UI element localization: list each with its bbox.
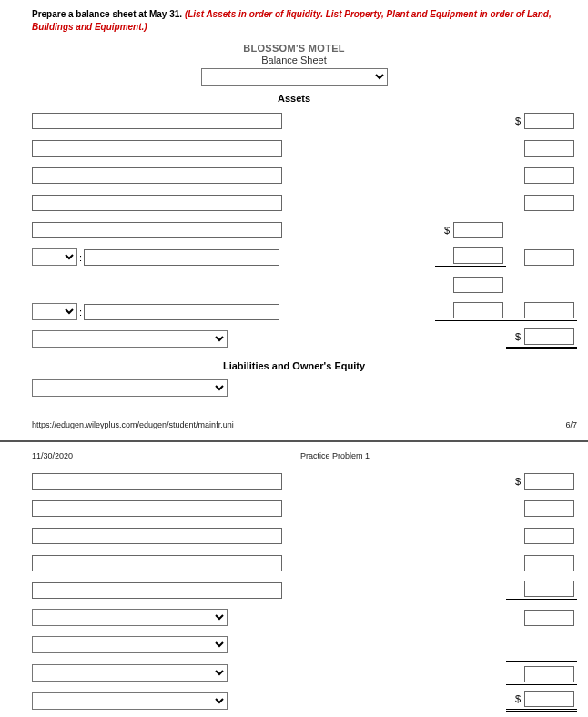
currency-symbol: $ (515, 693, 521, 704)
page2-date: 11/30/2020 (32, 451, 282, 460)
instruction-black: Prepare a balance sheet at May 31. (32, 9, 185, 19)
liab-cat-row (0, 375, 588, 402)
liab-row-4 (0, 550, 588, 577)
asset-total-select[interactable] (32, 330, 228, 348)
asset-amount-2[interactable] (524, 140, 574, 157)
liab-row-2 (0, 495, 588, 522)
ppe-blank-row (0, 271, 588, 298)
liab-name-5[interactable] (32, 582, 282, 599)
liab-total3-select[interactable] (32, 664, 228, 682)
liab-row-5 (0, 577, 588, 604)
asset-amount-4[interactable] (524, 195, 574, 211)
liab-grand-amt[interactable] (524, 691, 574, 707)
page2-title: Practice Problem 1 (282, 451, 577, 460)
ppe-sub-row-2: : (0, 298, 588, 326)
liab-name-4[interactable] (32, 555, 282, 571)
liab-amount-4[interactable] (524, 555, 574, 571)
ppe-sub2-amt[interactable] (524, 302, 574, 318)
ppe-blank-mid[interactable] (453, 277, 503, 293)
liab-header: Liabilities and Owner's Equity (0, 360, 588, 371)
asset-row-3 (0, 162, 588, 189)
liab-total1-select[interactable] (32, 609, 228, 626)
currency-symbol: $ (515, 116, 521, 126)
ppe-header-row: $ (0, 217, 588, 244)
liab-row-1: $ (0, 468, 588, 495)
liab-grand-row: $ (0, 688, 588, 715)
liab-grand-select[interactable] (32, 692, 228, 710)
liab-name-1[interactable] (32, 473, 282, 490)
currency-symbol: $ (515, 476, 521, 487)
liab-name-3[interactable] (32, 528, 282, 544)
ppe-sub1-select[interactable] (32, 248, 77, 266)
assets-header: Assets (0, 93, 588, 104)
liab-amount-2[interactable] (524, 500, 574, 517)
liab-total3-amt[interactable] (524, 666, 574, 682)
liab-total1-amt[interactable] (524, 610, 574, 626)
asset-name-1[interactable] (32, 113, 282, 129)
colon: : (79, 252, 82, 263)
ppe-header-mid[interactable] (453, 222, 503, 238)
ppe-sub1-mid[interactable] (453, 247, 503, 264)
colon: : (79, 307, 82, 318)
liab-amount-5[interactable] (524, 581, 574, 597)
company-name: BLOSSOM'S MOTEL (0, 43, 588, 54)
asset-amount-1[interactable] (524, 113, 574, 129)
ppe-sub2-name[interactable] (84, 304, 279, 320)
liab-total2-select[interactable] (32, 636, 228, 653)
asset-name-3[interactable] (32, 167, 282, 184)
ppe-sub1-name[interactable] (84, 249, 279, 266)
ppe-sub2-mid[interactable] (453, 302, 503, 318)
liab-name-2[interactable] (32, 500, 282, 517)
footer-url: https://edugen.wileyplus.com/edugen/stud… (32, 420, 234, 429)
ppe-header-name[interactable] (32, 222, 282, 238)
ppe-sub2-select[interactable] (32, 303, 77, 320)
asset-total-row: $ (0, 326, 588, 353)
asset-total-amt[interactable] (524, 328, 574, 345)
ppe-sub-row-1: : (0, 244, 588, 271)
currency-symbol: $ (515, 331, 521, 342)
liab-total-row-1 (0, 604, 588, 631)
liab-total-row-3 (0, 659, 588, 688)
asset-name-2[interactable] (32, 140, 282, 157)
asset-name-4[interactable] (32, 195, 282, 211)
instruction-text: Prepare a balance sheet at May 31. (List… (0, 7, 588, 37)
asset-row-1: $ (0, 107, 588, 135)
date-select[interactable] (201, 68, 388, 86)
asset-row-4 (0, 189, 588, 217)
asset-row-2 (0, 135, 588, 162)
currency-symbol: $ (444, 225, 450, 236)
statement-title: Balance Sheet (0, 55, 588, 66)
liab-total-row-2 (0, 631, 588, 659)
footer-page: 6/7 (565, 420, 577, 429)
liab-category-select[interactable] (32, 379, 228, 397)
asset-amount-3[interactable] (524, 167, 574, 184)
liab-row-3 (0, 522, 588, 550)
liab-amount-3[interactable] (524, 528, 574, 544)
ppe-sub1-amt[interactable] (524, 249, 574, 266)
liab-amount-1[interactable] (524, 473, 574, 490)
